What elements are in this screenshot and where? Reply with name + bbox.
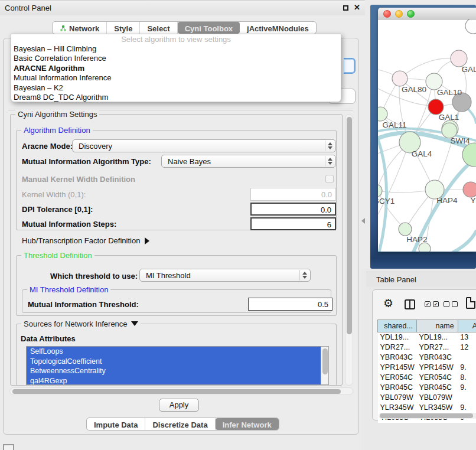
gear-icon[interactable]: ⚙ — [383, 298, 393, 309]
float-window-icon[interactable] — [343, 5, 348, 11]
manual-kernel-label: Manual Kernel Width Definition — [22, 175, 135, 184]
kernel-width-label: Kernel Width (0,1): — [22, 190, 86, 199]
node-label: GAL10 — [437, 88, 462, 97]
network-node[interactable] — [465, 19, 476, 34]
tab-style[interactable]: Style — [107, 22, 140, 34]
network-view-frame: GALGAL80GAL10GAL1GAL11GAL4SWI4GCY1HAP4YH… — [370, 5, 476, 269]
bottom-tabbar: Impute DataDiscretize DataInfer Network — [86, 418, 279, 431]
which-threshold-combo[interactable]: MI Threshold — [139, 269, 311, 282]
algorithm-option[interactable]: Basic Correlation Inference — [11, 54, 341, 63]
data-attribute-item[interactable]: gal4RGexp — [27, 376, 321, 386]
mi-type-value: Naive Bayes — [168, 157, 211, 166]
node-label: GAL4 — [412, 149, 432, 158]
network-node-gal[interactable] — [451, 50, 467, 67]
tab-select[interactable]: Select — [140, 22, 177, 34]
table-row[interactable]: YPR145WYPR145W9. — [378, 363, 476, 373]
dpi-tolerance-input[interactable]: 0.0 — [250, 203, 336, 216]
algorithm-option[interactable]: Mutual Information Inference — [11, 73, 341, 83]
algorithm-option[interactable]: Bayesian – Hill Climbing — [11, 44, 341, 54]
algorithm-dropdown-list: Bayesian – Hill ClimbingBasic Correlatio… — [11, 44, 341, 102]
tab-discretize-data[interactable]: Discretize Data — [145, 418, 215, 430]
table-row[interactable]: YER054CYER054C8. — [378, 373, 476, 383]
window-minimize-icon[interactable] — [395, 10, 403, 18]
table-panel-title: Table Panel — [376, 275, 416, 284]
window-close-icon[interactable] — [383, 10, 391, 18]
table-row[interactable]: YBL079WYBL079W — [378, 393, 476, 403]
expander-collapsed-icon — [145, 237, 149, 244]
network-node-gal80[interactable] — [392, 71, 407, 86]
new-table-icon[interactable] — [466, 297, 475, 309]
window-zoom-icon[interactable] — [407, 10, 415, 18]
mi-type-combo[interactable]: Naive Bayes — [161, 155, 336, 168]
network-node[interactable] — [419, 243, 431, 252]
algorithm-dropdown-popup: Select algorithm to view settings Bayesi… — [11, 34, 341, 102]
network-canvas[interactable]: GALGAL80GAL10GAL1GAL11GAL4SWI4GCY1HAP4YH… — [378, 19, 476, 252]
data-attribute-item[interactable]: BetweennessCentrality — [27, 366, 321, 376]
column-header[interactable]: shared... — [378, 320, 417, 332]
table-row[interactable]: YBR043CYBR043C — [378, 353, 476, 363]
select-all-checkboxes-icon[interactable]: ✓✓ — [425, 301, 439, 307]
restore-panel-icon[interactable] — [3, 444, 14, 450]
data-attribute-item[interactable]: TopologicalCoefficient — [27, 357, 321, 367]
mi-threshold-input[interactable]: 0.5 — [248, 298, 332, 311]
control-panel-tabbar: NetworkStyleSelectCyni ToolboxjActiveMNo… — [52, 21, 317, 34]
close-icon[interactable]: ✕ — [354, 3, 360, 12]
mi-type-label: Mutual Information Algorithm Type: — [22, 157, 151, 166]
network-node-gcy1[interactable] — [378, 184, 382, 197]
list-vertical-scrollbar[interactable] — [321, 347, 328, 384]
network-window-titlebar[interactable] — [378, 8, 476, 19]
algorithm-option[interactable]: Dream8 DC_TDC Algorithm — [11, 93, 341, 102]
apply-button[interactable]: Apply — [159, 399, 199, 412]
stepper-arrows-icon — [299, 270, 309, 281]
column-header[interactable]: A — [458, 320, 476, 332]
network-node-y[interactable] — [463, 182, 476, 197]
network-node-gal11[interactable] — [378, 107, 387, 121]
aracne-mode-value: Discovery — [79, 142, 112, 151]
table-row[interactable]: YLR345WYLR345W9. — [378, 403, 476, 413]
columns-icon[interactable] — [405, 299, 415, 309]
table-row[interactable]: YDL19...YDL19...13 — [378, 332, 476, 343]
tab-impute-data[interactable]: Impute Data — [87, 418, 145, 430]
cyni-algorithm-settings-title: Cyni Algorithm Settings — [15, 110, 99, 119]
hub-definition-expander[interactable]: Hub/Transcription Factor Definition — [22, 236, 149, 245]
algorithm-option[interactable]: ARACNE Algorithm — [11, 64, 341, 73]
node-label: GAL11 — [382, 120, 406, 129]
network-graph[interactable]: GALGAL80GAL10GAL1GAL11GAL4SWI4GCY1HAP4YH… — [378, 19, 476, 252]
mi-threshold-label: Mutual Information Threshold: — [28, 300, 139, 309]
network-window[interactable]: GALGAL80GAL10GAL1GAL11GAL4SWI4GCY1HAP4YH… — [378, 8, 476, 252]
sources-group-title[interactable]: Sources for Network Inference — [21, 319, 141, 328]
mi-steps-input[interactable]: 6 — [250, 217, 336, 230]
table-row[interactable]: YDR27...YDR27...12 — [378, 343, 476, 353]
algorithm-definition-title: Algorithm Definition — [21, 126, 93, 135]
tab-network[interactable]: Network — [53, 22, 107, 34]
node-label: Y — [470, 196, 475, 205]
settings-vertical-scrollbar[interactable] — [345, 114, 353, 386]
kernel-width-input[interactable]: 0.0 — [250, 188, 336, 201]
network-node-hap2[interactable] — [399, 223, 412, 236]
node-label: HAP4 — [436, 196, 458, 205]
settings-horizontal-scrollbar[interactable] — [9, 387, 353, 395]
aracne-mode-combo[interactable]: Discovery — [72, 139, 336, 152]
tab-jactivemnodules[interactable]: jActiveMNodules — [240, 22, 316, 34]
data-attributes-label: Data Attributes — [21, 334, 76, 343]
table-panel-titlebar: Table Panel — [366, 272, 476, 287]
control-panel-title: Control Panel — [5, 4, 51, 12]
manual-kernel-checkbox[interactable] — [325, 175, 334, 183]
data-attribute-item[interactable]: SelfLoops — [27, 347, 321, 357]
mi-steps-label: Mutual Information Steps: — [22, 220, 116, 229]
control-panel-titlebar: Control Panel ✕ — [0, 0, 365, 15]
table-row[interactable]: YBR045CYBR045C9. — [378, 383, 476, 393]
app-screen: Control Panel ✕ NetworkStyleSelectCyni T… — [0, 0, 476, 450]
deselect-all-checkboxes-icon[interactable] — [444, 301, 458, 307]
expander-expanded-icon — [131, 321, 138, 326]
network-node-gal10[interactable] — [426, 73, 442, 90]
tab-cyni-toolbox[interactable]: Cyni Toolbox — [178, 22, 240, 34]
table-horizontal-scrollbar[interactable] — [379, 413, 476, 419]
panel-collapse-handle[interactable] — [361, 218, 365, 224]
mi-threshold-group-title: MI Threshold Definition — [27, 285, 110, 294]
data-attributes-list[interactable]: SelfLoopsTopologicalCoefficientBetweenne… — [26, 346, 329, 385]
column-header[interactable]: name — [416, 320, 458, 332]
stepper-arrows-icon — [325, 156, 335, 167]
algorithm-option[interactable]: Bayesian – K2 — [11, 83, 341, 93]
tab-infer-network[interactable]: Infer Network — [216, 418, 279, 430]
